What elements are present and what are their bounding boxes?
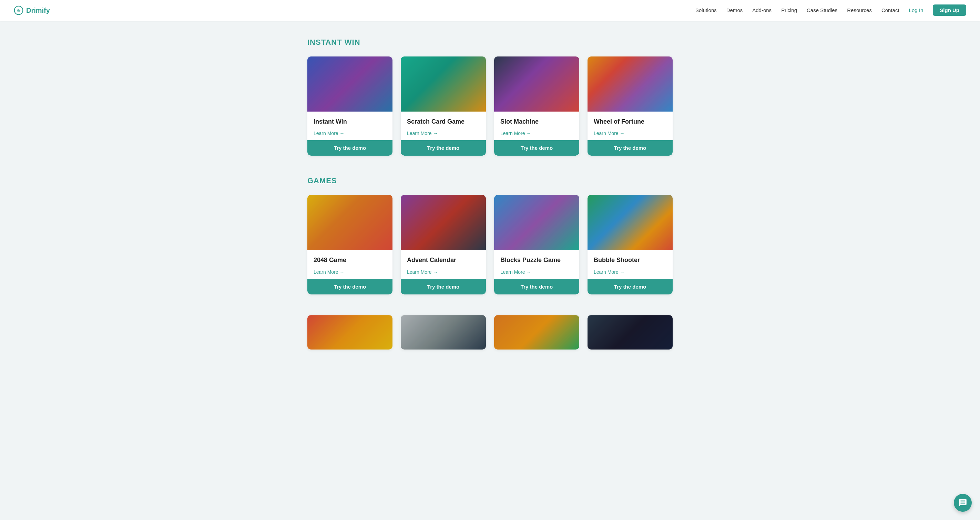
card-more-game-7 <box>494 315 579 350</box>
nav-signup[interactable]: Sign Up <box>933 5 966 16</box>
card-title-slot-machine: Slot Machine <box>500 118 573 126</box>
nav-case-studies[interactable]: Case Studies <box>807 7 837 13</box>
card-learn-more-advent-calendar[interactable]: Learn More → <box>407 269 480 275</box>
nav-demos[interactable]: Demos <box>726 7 743 13</box>
card-title-advent-calendar: Advent Calendar <box>407 256 480 264</box>
card-body-2048-game: 2048 GameLearn More → <box>307 250 393 279</box>
card-more-game-5 <box>307 315 393 350</box>
card-blocks-puzzle: Blocks Puzzle GameLearn More →Try the de… <box>494 195 579 294</box>
card-title-2048-game: 2048 Game <box>313 256 386 264</box>
card-image-bubble-shooter <box>587 195 673 250</box>
card-demo-btn-advent-calendar[interactable]: Try the demo <box>401 279 486 295</box>
logo-text: Drimify <box>26 6 50 14</box>
card-title-wheel-of-fortune: Wheel of Fortune <box>594 118 667 126</box>
card-advent-calendar: Advent CalendarLearn More →Try the demo <box>401 195 486 294</box>
card-title-bubble-shooter: Bubble Shooter <box>594 256 667 264</box>
card-demo-btn-2048-game[interactable]: Try the demo <box>307 279 393 295</box>
svg-point-1 <box>17 9 18 10</box>
card-body-instant-win: Instant WinLearn More → <box>307 112 393 140</box>
card-demo-btn-slot-machine[interactable]: Try the demo <box>494 140 579 155</box>
card-learn-more-slot-machine[interactable]: Learn More → <box>500 130 573 136</box>
card-more-game-6 <box>401 315 486 350</box>
card-wheel-of-fortune: Wheel of FortuneLearn More →Try the demo <box>587 57 673 155</box>
card-instant-win: Instant WinLearn More →Try the demo <box>307 57 393 155</box>
card-demo-btn-wheel-of-fortune[interactable]: Try the demo <box>587 140 673 155</box>
card-body-slot-machine: Slot MachineLearn More → <box>494 112 579 140</box>
card-image-slot-machine <box>494 57 579 112</box>
card-image-advent-calendar <box>401 195 486 250</box>
nav-links: Solutions Demos Add-ons Pricing Case Stu… <box>695 7 966 13</box>
card-scratch-card: Scratch Card GameLearn More →Try the dem… <box>401 57 486 155</box>
card-learn-more-instant-win[interactable]: Learn More → <box>313 130 386 136</box>
card-image-blocks-puzzle <box>494 195 579 250</box>
card-demo-btn-scratch-card[interactable]: Try the demo <box>401 140 486 155</box>
card-img-more-game-7 <box>494 315 579 350</box>
card-title-instant-win: Instant Win <box>313 118 386 126</box>
nav-pricing[interactable]: Pricing <box>781 7 797 13</box>
card-body-blocks-puzzle: Blocks Puzzle GameLearn More → <box>494 250 579 279</box>
card-bubble-shooter: Bubble ShooterLearn More →Try the demo <box>587 195 673 294</box>
logo[interactable]: Drimify <box>14 5 50 15</box>
card-body-wheel-of-fortune: Wheel of FortuneLearn More → <box>587 112 673 140</box>
nav-addons[interactable]: Add-ons <box>752 7 772 13</box>
card-2048-game: 2048 GameLearn More →Try the demo <box>307 195 393 294</box>
card-demo-btn-blocks-puzzle[interactable]: Try the demo <box>494 279 579 295</box>
card-img-more-game-8 <box>587 315 673 350</box>
nav-login[interactable]: Log In <box>909 7 923 13</box>
card-image-2048-game <box>307 195 393 250</box>
card-learn-more-blocks-puzzle[interactable]: Learn More → <box>500 269 573 275</box>
nav-solutions[interactable]: Solutions <box>695 7 717 13</box>
card-img-more-game-6 <box>401 315 486 350</box>
svg-point-2 <box>19 9 20 10</box>
card-learn-more-bubble-shooter[interactable]: Learn More → <box>594 269 667 275</box>
nav-contact[interactable]: Contact <box>881 7 899 13</box>
card-demo-btn-instant-win[interactable]: Try the demo <box>307 140 393 155</box>
card-learn-more-scratch-card[interactable]: Learn More → <box>407 130 480 136</box>
page-content: INSTANT WIN Instant WinLearn More →Try t… <box>301 21 679 391</box>
card-img-more-game-5 <box>307 315 393 350</box>
logo-icon <box>14 5 24 15</box>
more-games-grid <box>307 315 673 350</box>
card-more-game-8 <box>587 315 673 350</box>
card-image-instant-win <box>307 57 393 112</box>
games-heading: GAMES <box>307 176 673 185</box>
nav-resources[interactable]: Resources <box>847 7 872 13</box>
card-title-blocks-puzzle: Blocks Puzzle Game <box>500 256 573 264</box>
navbar: Drimify Solutions Demos Add-ons Pricing … <box>0 0 980 21</box>
card-body-bubble-shooter: Bubble ShooterLearn More → <box>587 250 673 279</box>
card-demo-btn-bubble-shooter[interactable]: Try the demo <box>587 279 673 295</box>
games-grid: 2048 GameLearn More →Try the demoAdvent … <box>307 195 673 294</box>
card-body-scratch-card: Scratch Card GameLearn More → <box>401 112 486 140</box>
card-body-advent-calendar: Advent CalendarLearn More → <box>401 250 486 279</box>
instant-win-grid: Instant WinLearn More →Try the demoScrat… <box>307 57 673 155</box>
card-image-scratch-card <box>401 57 486 112</box>
card-title-scratch-card: Scratch Card Game <box>407 118 480 126</box>
card-learn-more-wheel-of-fortune[interactable]: Learn More → <box>594 130 667 136</box>
card-slot-machine: Slot MachineLearn More →Try the demo <box>494 57 579 155</box>
card-image-wheel-of-fortune <box>587 57 673 112</box>
instant-win-heading: INSTANT WIN <box>307 38 673 47</box>
card-learn-more-2048-game[interactable]: Learn More → <box>313 269 386 275</box>
